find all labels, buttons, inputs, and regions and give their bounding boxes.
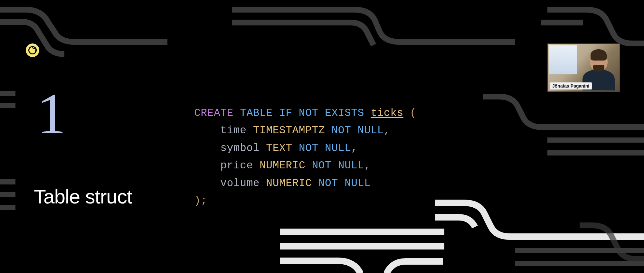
slide-number: 1 [37, 80, 66, 147]
code-line-1: CREATE TABLE IF NOT EXISTS ticks ( [194, 105, 416, 122]
webcam-background-window [549, 45, 577, 74]
code-line-6: ); [194, 192, 416, 210]
code-line-5: volume NUMERIC NOT NULL [194, 175, 416, 192]
code-line-3: symbol TEXT NOT NULL, [194, 140, 416, 157]
presenter-webcam: Jônatas Paganini [547, 43, 620, 92]
presenter-name-label: Jônatas Paganini [550, 82, 592, 89]
code-line-4: price NUMERIC NOT NULL, [194, 157, 416, 174]
code-line-2: time TIMESTAMPTZ NOT NULL, [194, 122, 416, 139]
sql-code-block: CREATE TABLE IF NOT EXISTS ticks ( time … [194, 105, 416, 210]
slide-title: Table struct [34, 185, 132, 208]
timescale-logo-icon [26, 43, 39, 57]
